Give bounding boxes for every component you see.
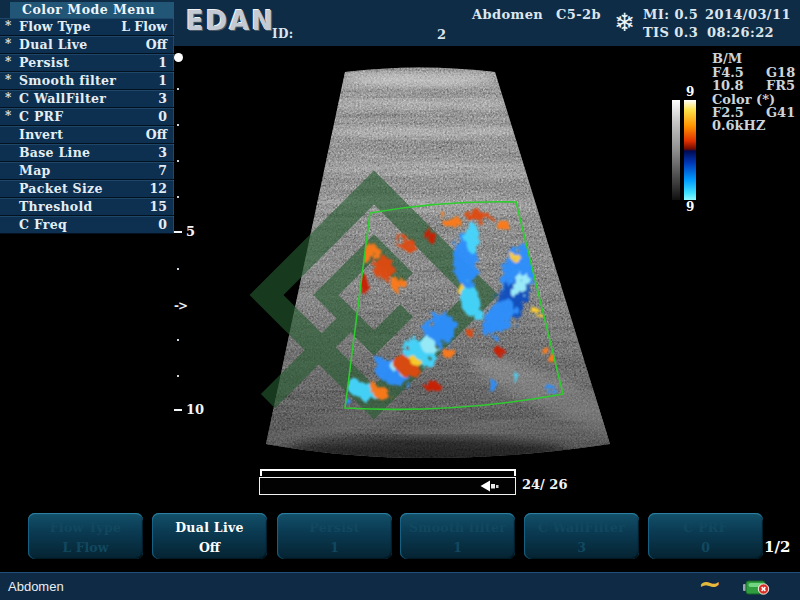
depth-tick-minor: [177, 268, 179, 270]
menu-item-c-prf[interactable]: *C PRF0: [0, 108, 174, 126]
menu-item-map[interactable]: Map7: [0, 162, 174, 180]
menu-item-value: L Flow: [121, 18, 167, 35]
depth-label-5: 5: [186, 224, 195, 239]
ultrasound-image: [170, 46, 670, 466]
menu-item-c-wallfilter[interactable]: *C WallFilter3: [0, 90, 174, 108]
menu-item-c-freq[interactable]: C Freq0: [0, 216, 174, 234]
menu-item-star: *: [5, 18, 11, 35]
bm-frame-rate: FR5: [766, 78, 795, 93]
time-display: 08:26:22: [707, 25, 774, 40]
menu-item-label: Flow Type: [19, 18, 91, 35]
menu-item-smooth-filter[interactable]: *Smooth filter1: [0, 72, 174, 90]
menu-item-value: 3: [158, 144, 167, 161]
edan-logo: EDAN: [186, 6, 275, 36]
menu-item-label: Threshold: [19, 198, 93, 215]
softkey-c-wallfilter[interactable]: C WallFilter3: [524, 513, 639, 559]
menu-items: *Flow TypeL Flow*Dual LiveOff*Persist1*S…: [0, 18, 174, 234]
menu-title: Color Mode Menu: [10, 2, 174, 18]
probe-model: C5-2b: [556, 7, 601, 22]
softkey-label: C PRF: [648, 520, 763, 535]
menu-item-base-line[interactable]: Base Line3: [0, 144, 174, 162]
menu-item-star: *: [5, 90, 11, 107]
grayscale-bar: [672, 100, 680, 200]
menu-item-persist[interactable]: *Persist1: [0, 54, 174, 72]
menu-item-value: 1: [158, 72, 167, 89]
bmode-sector: [170, 46, 670, 466]
menu-item-star: *: [5, 72, 11, 89]
softkey-flow-type[interactable]: Flow TypeL Flow: [28, 513, 143, 559]
menu-item-value: 3: [158, 90, 167, 107]
softkey-c-prf[interactable]: C PRF0: [648, 513, 763, 559]
softkey-value: L Flow: [28, 540, 143, 555]
probe-marker-dot: [174, 53, 183, 62]
menu-item-label: Base Line: [19, 144, 90, 161]
color-prf: 0.6kHZ: [712, 118, 765, 133]
softkey-label: Flow Type: [28, 520, 143, 535]
battery-icon: [742, 579, 770, 595]
freeze-snowflake-icon: ❄: [614, 8, 635, 37]
ultrasound-screen: EDAN ID: 2 Abdomen C5-2b ❄ MI: 0.5 TIS 0…: [0, 0, 800, 600]
softkey-value: 1: [277, 540, 392, 555]
depth-tick-minor: [177, 160, 179, 162]
cine-playhead-icon[interactable]: [478, 480, 500, 492]
softkey-value: 1: [400, 540, 515, 555]
color-gain: G41: [766, 105, 795, 120]
colorbar-top-label: 9: [686, 85, 694, 99]
status-bar: Abdomen ~: [0, 572, 800, 600]
menu-item-label: Packet Size: [19, 180, 103, 197]
menu-item-value: Off: [146, 126, 167, 143]
menu-item-value: Off: [146, 36, 167, 53]
menu-item-value: 0: [158, 108, 167, 125]
patient-id-label: ID:: [272, 27, 294, 41]
cine-scrollbar[interactable]: [259, 477, 516, 495]
softkey-dual-live[interactable]: Dual LiveOff: [152, 513, 267, 559]
softkey-value: Off: [152, 540, 267, 555]
depth-tick-10: [174, 409, 182, 411]
depth-tick-minor: [177, 375, 179, 377]
menu-item-value: 12: [150, 180, 167, 197]
tis-value: TIS 0.3: [643, 25, 698, 40]
colorbar-bottom-label: 9: [686, 200, 694, 214]
menu-item-star: *: [5, 54, 11, 71]
softkey-value: 0: [648, 540, 763, 555]
menu-item-value: 7: [158, 162, 167, 179]
cine-range-bracket: [260, 469, 516, 476]
menu-item-packet-size[interactable]: Packet Size12: [0, 180, 174, 198]
focus-marker: ->: [174, 299, 187, 313]
menu-item-dual-live[interactable]: *Dual LiveOff: [0, 36, 174, 54]
bm-depth: 10.8: [712, 78, 744, 93]
menu-item-label: C PRF: [19, 108, 63, 125]
ac-power-icon: ~: [698, 567, 721, 600]
depth-tick-minor: [177, 88, 179, 90]
softkey-smooth-filter[interactable]: Smooth filter1: [400, 513, 515, 559]
depth-tick-minor: [177, 124, 179, 126]
color-mode-menu: Color Mode Menu *Flow TypeL Flow*Dual Li…: [0, 2, 174, 234]
menu-item-threshold[interactable]: Threshold15: [0, 198, 174, 216]
softkey-label: Smooth filter: [400, 520, 515, 535]
softkey-persist[interactable]: Persist1: [277, 513, 392, 559]
menu-item-label: Dual Live: [19, 36, 88, 53]
patient-id-value: 2: [437, 27, 446, 42]
softkey-label: Dual Live: [152, 520, 267, 535]
exam-preset: Abdomen: [472, 7, 543, 22]
menu-item-label: C WallFilter: [19, 90, 106, 107]
menu-item-flow-type[interactable]: *Flow TypeL Flow: [0, 18, 174, 36]
menu-item-invert[interactable]: InvertOff: [0, 126, 174, 144]
mi-value: MI: 0.5: [643, 7, 698, 22]
bm-mode-label: B/M: [712, 51, 742, 66]
softkey-page-indicator: 1/2: [764, 538, 790, 556]
softkey-label: C WallFilter: [524, 520, 639, 535]
date-display: 2014/03/11: [705, 7, 791, 22]
softkey-value: 3: [524, 540, 639, 555]
menu-item-label: Smooth filter: [19, 72, 116, 89]
menu-item-star: *: [5, 108, 11, 125]
depth-tick-5: [174, 231, 182, 233]
depth-label-10: 10: [186, 402, 204, 417]
menu-item-label: Map: [19, 162, 51, 179]
menu-item-star: *: [5, 36, 11, 53]
cine-frame-counter: 24/ 26: [522, 477, 567, 492]
menu-item-label: Invert: [19, 126, 63, 143]
status-preset: Abdomen: [8, 579, 64, 594]
softkey-label: Persist: [277, 520, 392, 535]
menu-item-value: 1: [158, 54, 167, 71]
